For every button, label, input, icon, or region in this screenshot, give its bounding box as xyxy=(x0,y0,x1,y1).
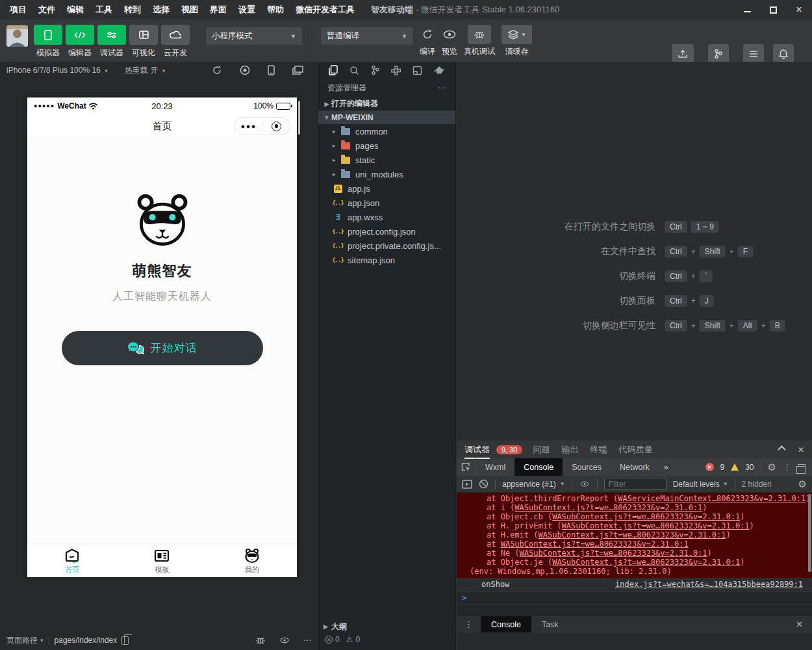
drawer-tab-task[interactable]: Task xyxy=(531,616,569,632)
kebab-menu-icon[interactable]: ⋮ xyxy=(783,462,791,472)
tab-wxml[interactable]: Wxml xyxy=(476,458,514,476)
preview-button[interactable]: 预览 xyxy=(442,20,457,57)
tab-debugger[interactable]: 调试器 xyxy=(464,444,490,459)
snippets-icon[interactable] xyxy=(412,66,422,75)
tree-item[interactable]: ▸ static xyxy=(318,153,455,167)
menu-item[interactable]: 界面 xyxy=(204,0,233,20)
tab-problems[interactable]: 问题 xyxy=(533,444,550,456)
menu-item[interactable]: 设置 xyxy=(233,0,261,20)
copy-icon[interactable] xyxy=(121,636,129,645)
simulator-toggle-button[interactable]: 模拟器 xyxy=(32,25,64,58)
outline-section[interactable]: ▶ 大纲 xyxy=(318,620,455,633)
tree-item[interactable]: ▸ pages xyxy=(318,138,455,153)
cloud-dev-button[interactable]: 云开发 xyxy=(160,25,191,58)
tab-network[interactable]: Network xyxy=(611,458,659,476)
search-icon[interactable] xyxy=(349,66,359,75)
collapse-panel-icon[interactable] xyxy=(778,445,786,454)
menu-item[interactable]: 转到 xyxy=(118,0,147,20)
more-actions-icon[interactable]: ⋯ xyxy=(438,83,446,92)
tree-item[interactable]: ▸ common xyxy=(318,124,455,138)
drawer-tab-console[interactable]: Console xyxy=(481,616,531,632)
console-scrollbar[interactable] xyxy=(808,494,811,572)
open-editors-section[interactable]: ▶ 打开的编辑器 xyxy=(318,97,455,110)
menu-item[interactable]: 选择 xyxy=(147,0,175,20)
source-link[interactable]: WAServiceMainContext…80623323&v=2.31.0:1 xyxy=(618,494,806,503)
tree-item[interactable]: {..} app.json xyxy=(318,196,455,210)
tree-item[interactable]: {..} project.private.config.js... xyxy=(318,239,455,253)
eye-icon[interactable] xyxy=(579,480,590,488)
top-frame-icon[interactable] xyxy=(462,480,472,489)
tree-item[interactable]: {..} sitemap.json xyxy=(318,253,455,267)
source-link[interactable]: WASubContext.js?t=we…80623323&v=2.31.0:1 xyxy=(538,530,726,540)
tree-item[interactable]: {..} project.config.json xyxy=(318,224,455,239)
tab-sources[interactable]: Sources xyxy=(563,458,611,476)
extensions-icon[interactable] xyxy=(391,66,401,75)
teapot-icon[interactable] xyxy=(434,66,445,75)
tree-item[interactable]: Ǝ app.wxss xyxy=(318,210,455,224)
avatar[interactable] xyxy=(6,25,28,47)
editor-toggle-button[interactable]: 编辑器 xyxy=(64,25,95,58)
rotate-icon[interactable] xyxy=(212,65,222,75)
console-prompt[interactable]: > xyxy=(457,592,812,605)
execution-context-select[interactable]: appservice (#1) ▼ xyxy=(502,480,565,489)
tree-item[interactable]: JS app.js xyxy=(318,181,455,196)
tab-console[interactable]: Console xyxy=(514,458,563,476)
menu-item[interactable]: 视图 xyxy=(175,0,204,20)
project-root-section[interactable]: ▼ MP-WEIXIN xyxy=(318,110,455,124)
tab-mine[interactable]: 我的 xyxy=(207,545,297,577)
record-icon[interactable] xyxy=(240,65,250,75)
more-icon[interactable]: ⋯ xyxy=(303,636,311,645)
compile-mode-select[interactable]: 普通编译 ▼ xyxy=(321,27,413,45)
tab-template[interactable]: 模板 xyxy=(117,545,207,577)
clear-console-icon[interactable] xyxy=(479,479,488,489)
more-tabs-icon[interactable]: » xyxy=(659,462,674,472)
settings-gear-icon[interactable]: ⚙ xyxy=(768,462,776,472)
tab-output[interactable]: 输出 xyxy=(561,444,578,456)
source-link[interactable]: WASubContext.js?t=we…80623323&v=2.31.0:1 xyxy=(514,503,702,512)
visualization-toggle-button[interactable]: 可视化 xyxy=(128,25,159,58)
tab-terminal[interactable]: 终端 xyxy=(590,444,607,456)
start-chat-button[interactable]: 开始对话 xyxy=(62,331,263,365)
source-link[interactable]: WASubContext.js?t=we…80623323&v=2.31.0:1 xyxy=(552,558,740,567)
menu-item[interactable]: 工具 xyxy=(90,0,118,20)
maximize-button[interactable] xyxy=(760,0,786,20)
menu-item[interactable]: 文件 xyxy=(32,0,61,20)
debugger-toggle-button[interactable]: 调试器 xyxy=(96,25,127,58)
kebab-menu-icon[interactable]: ⋮ xyxy=(457,619,481,629)
close-panel-icon[interactable]: ✕ xyxy=(798,445,804,454)
log-levels-select[interactable]: Default levels ▼ xyxy=(673,480,728,489)
undock-icon[interactable] xyxy=(798,464,806,471)
error-count-icon[interactable]: ✕ xyxy=(705,463,714,471)
source-link[interactable]: index.js?t=wechat&s=…104a315bbeea92899:1 xyxy=(615,580,803,589)
eye-icon[interactable] xyxy=(279,636,290,645)
close-drawer-icon[interactable]: ✕ xyxy=(796,619,812,629)
source-link[interactable]: WASubContext.js?t=we…80623323&v=2.31.0:1 xyxy=(501,540,689,549)
warning-count-icon[interactable] xyxy=(731,463,739,471)
exit-miniprogram-button[interactable] xyxy=(263,122,290,131)
multi-window-icon[interactable] xyxy=(292,66,303,75)
minimize-button[interactable] xyxy=(734,0,760,20)
device-debug-button[interactable]: 真机调试 xyxy=(464,20,495,57)
files-icon[interactable] xyxy=(329,65,338,75)
close-button[interactable]: × xyxy=(786,0,812,20)
source-control-icon[interactable] xyxy=(371,65,380,75)
more-menu-button[interactable]: ●●● xyxy=(235,122,262,130)
tab-code-quality[interactable]: 代码质量 xyxy=(618,444,652,456)
menu-item[interactable]: 帮助 xyxy=(261,0,290,20)
tab-home[interactable]: 首页 xyxy=(27,545,117,577)
page-path-label[interactable]: 页面路径 xyxy=(6,635,38,646)
mode-select[interactable]: 小程序模式 ▼ xyxy=(206,27,302,45)
hot-reload-toggle[interactable]: 热重载 开 ▾ xyxy=(125,65,165,76)
clear-cache-button[interactable]: ▼ 清缓存 xyxy=(501,20,532,57)
console-settings-icon[interactable]: ⚙ xyxy=(798,479,807,489)
bug-icon[interactable] xyxy=(255,635,266,645)
inspect-element-icon[interactable] xyxy=(457,458,476,476)
menu-item[interactable]: 微信开发者工具 xyxy=(290,0,361,20)
compile-button[interactable]: 编译 xyxy=(420,20,435,57)
device-frame-icon[interactable] xyxy=(268,65,275,75)
tree-item[interactable]: ▸ uni_modules xyxy=(318,167,455,181)
source-link[interactable]: WASubContext.js?t=we…80623323&v=2.31.0:1 xyxy=(562,521,750,530)
source-link[interactable]: WASubContext.js?t=we…80623323&v=2.31.0:1 xyxy=(552,512,740,521)
menu-item[interactable]: 编辑 xyxy=(61,0,90,20)
simulator-scrollbar[interactable] xyxy=(298,101,300,135)
